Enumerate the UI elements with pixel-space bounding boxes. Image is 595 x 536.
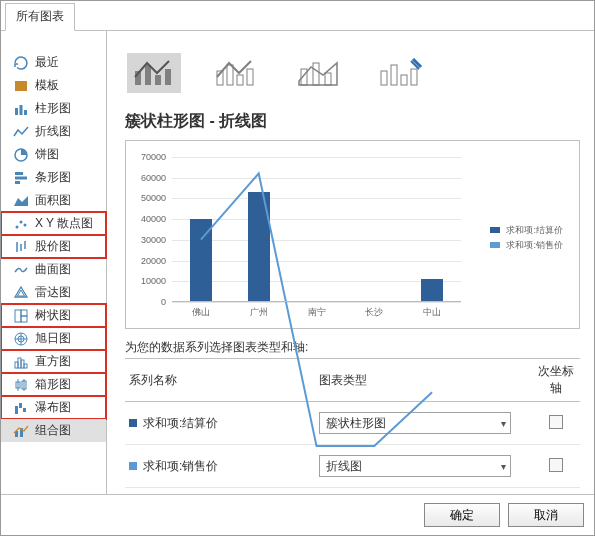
series-swatch — [129, 462, 137, 470]
sidebar-item-radar[interactable]: 雷达图 — [1, 281, 106, 304]
series-swatch — [129, 419, 137, 427]
sidebar-item-label: 树状图 — [35, 307, 71, 324]
sidebar-item-bar[interactable]: 条形图 — [1, 166, 106, 189]
y-tick: 20000 — [141, 256, 166, 266]
sidebar-item-label: 组合图 — [35, 422, 71, 439]
sidebar-item-label: 直方图 — [35, 353, 71, 370]
combo-subtype-icon — [213, 55, 259, 92]
surface-icon — [13, 262, 29, 278]
svg-rect-49 — [401, 75, 407, 85]
svg-rect-48 — [391, 65, 397, 85]
combo-subtype-icon — [131, 55, 177, 92]
sidebar-item-stock[interactable]: 股价图 — [1, 235, 106, 258]
combo-subtype-row — [125, 49, 580, 111]
svg-rect-6 — [15, 176, 27, 179]
sidebar-item-surface[interactable]: 曲面图 — [1, 258, 106, 281]
svg-rect-7 — [15, 181, 20, 184]
y-tick: 30000 — [141, 235, 166, 245]
chevron-down-icon: ▾ — [501, 461, 506, 472]
series-name: 求和项:销售价 — [143, 459, 218, 473]
waterfall-icon — [13, 400, 29, 416]
sidebar-item-scatter[interactable]: X Y 散点图 — [1, 212, 106, 235]
sunburst-icon — [13, 331, 29, 347]
svg-rect-2 — [20, 105, 23, 115]
svg-rect-37 — [145, 65, 151, 85]
recent-icon — [13, 55, 29, 71]
boxplot-icon — [13, 377, 29, 393]
dialog-footer: 确定 取消 — [1, 494, 594, 535]
sidebar-item-column[interactable]: 柱形图 — [1, 97, 106, 120]
sidebar-item-label: 箱形图 — [35, 376, 71, 393]
sidebar-item-combo[interactable]: 组合图 — [1, 419, 106, 442]
svg-rect-0 — [15, 81, 27, 91]
pie-icon — [13, 147, 29, 163]
sidebar-item-label: 模板 — [35, 77, 59, 94]
series-head-axis: 次坐标轴 — [531, 359, 580, 401]
dropdown-value: 折线图 — [326, 458, 362, 475]
svg-rect-39 — [165, 69, 171, 85]
svg-rect-46 — [325, 73, 331, 85]
sidebar-item-sunburst[interactable]: 旭日图 — [1, 327, 106, 350]
ok-button[interactable]: 确定 — [424, 503, 500, 527]
tab-label: 所有图表 — [16, 9, 64, 23]
x-axis-labels: 佛山广州南宁长沙中山 — [172, 306, 461, 320]
sidebar-item-label: 旭日图 — [35, 330, 71, 347]
x-label: 长沙 — [365, 306, 383, 319]
y-tick: 60000 — [141, 173, 166, 183]
combo-subtype-combo-bar-line-alt[interactable] — [209, 53, 263, 93]
y-tick: 70000 — [141, 152, 166, 162]
combo-subtype-combo-bar-area[interactable] — [291, 53, 345, 93]
sidebar-item-treemap[interactable]: 树状图 — [1, 304, 106, 327]
sidebar-item-histogram[interactable]: 直方图 — [1, 350, 106, 373]
tab-all-charts[interactable]: 所有图表 — [5, 3, 75, 31]
x-label: 广州 — [250, 306, 268, 319]
svg-rect-26 — [24, 364, 27, 368]
sidebar-item-boxplot[interactable]: 箱形图 — [1, 373, 106, 396]
sidebar-item-label: 条形图 — [35, 169, 71, 186]
sidebar-item-label: 饼图 — [35, 146, 59, 163]
cancel-button[interactable]: 取消 — [508, 503, 584, 527]
svg-rect-1 — [15, 108, 18, 115]
combo-icon — [13, 423, 29, 439]
y-tick: 10000 — [141, 276, 166, 286]
legend-label: 求和项:结算价 — [506, 224, 563, 237]
sidebar-item-label: 瀑布图 — [35, 399, 71, 416]
legend-swatch — [490, 242, 500, 248]
sidebar-item-recent[interactable]: 最近 — [1, 51, 106, 74]
combo-subtype-icon — [377, 55, 423, 92]
tab-strip: 所有图表 — [1, 1, 594, 31]
y-tick: 0 — [161, 297, 166, 307]
radar-icon — [13, 285, 29, 301]
sidebar-item-template[interactable]: 模板 — [1, 74, 106, 97]
sidebar-item-pie[interactable]: 饼图 — [1, 143, 106, 166]
series-type-dropdown[interactable]: 折线图▾ — [319, 455, 511, 477]
line-icon — [13, 124, 29, 140]
sidebar-item-label: 折线图 — [35, 123, 71, 140]
sidebar-item-line[interactable]: 折线图 — [1, 120, 106, 143]
stock-icon — [13, 239, 29, 255]
svg-rect-5 — [15, 172, 23, 175]
secondary-axis-checkbox[interactable] — [549, 458, 563, 472]
svg-rect-50 — [411, 69, 417, 85]
svg-rect-33 — [23, 408, 26, 412]
legend-item: 求和项:销售价 — [490, 239, 563, 252]
svg-rect-18 — [21, 316, 27, 322]
sidebar-item-area[interactable]: 面积图 — [1, 189, 106, 212]
secondary-axis-checkbox[interactable] — [549, 415, 563, 429]
combo-subtype-combo-bar-line[interactable] — [127, 53, 181, 93]
svg-point-8 — [16, 225, 19, 228]
chart-preview: 010000200003000040000500006000070000 佛山广… — [125, 140, 580, 329]
bar-icon — [13, 170, 29, 186]
sidebar-item-waterfall[interactable]: 瀑布图 — [1, 396, 106, 419]
template-icon — [13, 78, 29, 94]
svg-rect-31 — [15, 406, 18, 414]
combo-subtype-icon — [295, 55, 341, 92]
plot-area — [172, 157, 461, 302]
x-label: 佛山 — [192, 306, 210, 319]
svg-rect-38 — [155, 75, 161, 85]
combo-subtype-combo-custom[interactable] — [373, 53, 427, 93]
sidebar-item-label: 柱形图 — [35, 100, 71, 117]
histogram-icon — [13, 354, 29, 370]
treemap-icon — [13, 308, 29, 324]
sidebar-item-label: 曲面图 — [35, 261, 71, 278]
